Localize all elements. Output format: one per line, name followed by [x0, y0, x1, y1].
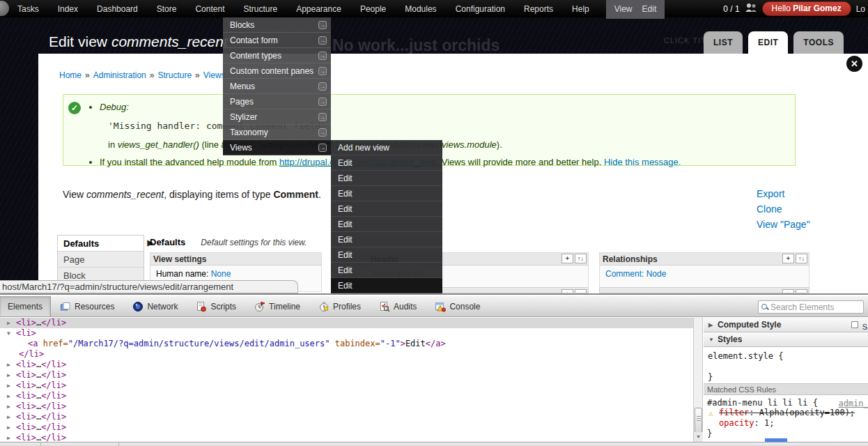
menu-item-tasks[interactable]: Tasks: [15, 1, 41, 17]
devtools-tab-console[interactable]: Console: [426, 296, 489, 316]
breadcrumb-structure[interactable]: Structure: [157, 70, 192, 80]
disclosure-collapsed-icon[interactable]: ▶: [7, 391, 16, 401]
menu-item-index[interactable]: Index: [56, 1, 80, 17]
filter-property-line[interactable]: ⚠filter: Alpha(opacity=100);: [707, 408, 868, 418]
tree-row-collapsed[interactable]: ▶<li>…</li>: [0, 422, 693, 433]
menu-item-blocks[interactable]: Blocks→: [223, 17, 331, 33]
menu-item-pages[interactable]: Pages→: [223, 94, 331, 109]
menu-item-menus[interactable]: Menus→: [223, 79, 331, 94]
search-input[interactable]: [770, 302, 854, 312]
tab-edit[interactable]: EDIT: [748, 31, 788, 54]
disclosure-collapsed-icon[interactable]: ▶: [7, 380, 16, 391]
tab-tools[interactable]: TOOLS: [793, 31, 844, 54]
menu-item-content[interactable]: Content: [193, 1, 226, 17]
devtools-tab-network[interactable]: Network: [123, 296, 187, 316]
disclosure-collapsed-icon[interactable]: ▶: [7, 422, 16, 433]
view-page-link[interactable]: View "Page": [757, 219, 810, 230]
tree-row-collapsed[interactable]: ▶<li>…</li>: [0, 380, 693, 391]
logout-link[interactable]: Lo: [856, 4, 865, 14]
rearrange-button[interactable]: ↑↓: [796, 254, 807, 263]
submenu-item-edit[interactable]: Edit: [331, 232, 442, 247]
breadcrumb-administration[interactable]: Administration: [93, 70, 146, 80]
hide-message-link[interactable]: Hide this message.: [604, 157, 681, 167]
devtools-tab-profiles[interactable]: Profiles: [309, 296, 370, 316]
tree-row-close-li[interactable]: </li>: [0, 349, 693, 360]
tree-row-collapsed[interactable]: ▶<li>…</li>: [0, 370, 693, 380]
tree-row-collapsed[interactable]: ▶<li>…</li>: [0, 391, 693, 401]
breadcrumb-home[interactable]: Home: [59, 70, 82, 80]
submenu-item-add-new-view[interactable]: Add new view: [331, 140, 442, 155]
devtools-tab-audits[interactable]: Audits: [370, 296, 426, 316]
menu-item-appearance[interactable]: Appearance: [294, 1, 343, 17]
tree-row-collapsed[interactable]: ▶<li>…</li>: [0, 412, 693, 422]
menu-item-modules[interactable]: Modules: [403, 1, 438, 17]
submenu-item-edit[interactable]: Edit: [331, 247, 442, 263]
disclosure-expanded-icon[interactable]: ▼: [708, 333, 718, 347]
menu-item-view[interactable]: View: [614, 4, 633, 14]
disclosure-collapsed-icon[interactable]: ▶: [7, 433, 16, 442]
styles-section[interactable]: ▼Styles: [704, 332, 868, 347]
breadcrumb-views[interactable]: Views: [203, 70, 226, 80]
scrollbar-thumb[interactable]: [695, 408, 702, 433]
rearrange-button[interactable]: ↑↓: [575, 254, 587, 263]
devtools-tab-elements[interactable]: Elements: [0, 296, 51, 316]
user-greeting-pill[interactable]: Hello Pilar Gomez: [762, 1, 851, 16]
submenu-item-edit[interactable]: Edit: [331, 201, 442, 217]
disclosure-collapsed-icon[interactable]: ▶: [708, 318, 718, 332]
computed-style-section[interactable]: ▶Computed StyleS: [704, 318, 868, 332]
clone-link[interactable]: Clone: [757, 203, 810, 215]
show-inherited-checkbox[interactable]: [851, 321, 858, 328]
submenu-item-edit[interactable]: Edit: [331, 217, 442, 232]
menu-item-content-types[interactable]: Content types→: [223, 48, 331, 63]
add-button[interactable]: +: [782, 254, 794, 263]
disclosure-collapsed-icon[interactable]: ▶: [7, 401, 16, 412]
menu-item-dashboard[interactable]: Dashboard: [95, 1, 140, 17]
menu-item-help[interactable]: Help: [570, 1, 591, 17]
menu-item-views[interactable]: Views→: [223, 140, 331, 155]
tree-row-collapsed[interactable]: ▶<li>…</li>: [0, 360, 693, 370]
menu-item-taxonomy[interactable]: Taxonomy→: [223, 125, 331, 140]
menu-item-structure[interactable]: Structure: [241, 1, 279, 17]
menu-item-custom-content-panes[interactable]: Custom content panes→: [223, 63, 331, 79]
tree-row-collapsed[interactable]: ▶<li>…</li>: [0, 433, 693, 442]
stylesheet-link[interactable]: admin_m: [838, 399, 868, 408]
menu-item-configuration[interactable]: Configuration: [454, 1, 507, 17]
submenu-item-edit[interactable]: Edit: [331, 171, 442, 186]
menu-item-contact-form[interactable]: Contact form→: [223, 33, 331, 48]
export-link[interactable]: Export: [757, 188, 810, 199]
add-button[interactable]: +: [561, 254, 573, 263]
devtools-tab-timeline[interactable]: Timeline: [245, 296, 309, 316]
scroll-down-icon[interactable]: ▼: [694, 432, 703, 442]
submenu-item-edit[interactable]: Edit: [331, 263, 442, 278]
opacity-property-line[interactable]: opacity: 1;: [707, 418, 868, 429]
tree-row-collapsed[interactable]: ▶<li>…</li>: [0, 401, 693, 412]
disclosure-collapsed-icon[interactable]: ▶: [7, 370, 16, 380]
submenu-item-edit-hovered[interactable]: Edit: [331, 278, 442, 293]
summary-end: .: [318, 189, 321, 200]
tree-row-expanded-li[interactable]: ▼<li>: [0, 328, 693, 339]
human-name-link[interactable]: None: [211, 269, 231, 279]
devtools-tab-resources[interactable]: Resources: [51, 296, 123, 316]
tab-list[interactable]: LIST: [704, 31, 743, 54]
devtools-tab-scripts[interactable]: Scripts: [187, 296, 245, 316]
menu-item-edit[interactable]: Edit: [642, 4, 657, 14]
menu-item-people[interactable]: People: [358, 1, 388, 17]
disclosure-collapsed-icon[interactable]: ▶: [7, 412, 16, 422]
menu-item-store[interactable]: Store: [155, 1, 179, 17]
relationship-comment-node-link[interactable]: Comment: Node: [605, 269, 666, 279]
disclosure-collapsed-icon[interactable]: ▶: [7, 360, 16, 370]
element-style-open[interactable]: element.style {: [708, 351, 868, 362]
disclosure-collapsed-icon[interactable]: ▶: [7, 318, 16, 328]
disclosure-expanded-icon[interactable]: ▼: [7, 328, 16, 339]
submenu-item-edit[interactable]: Edit: [331, 186, 442, 201]
submenu-item-edit[interactable]: Edit: [331, 155, 442, 171]
display-tab-page[interactable]: Page: [58, 252, 144, 268]
close-icon[interactable]: ✕: [846, 56, 862, 72]
tree-scrollbar[interactable]: ▼: [693, 318, 703, 442]
display-tab-defaults[interactable]: Defaults▶: [58, 236, 144, 252]
tree-row-selected[interactable]: ▶<li>…</li>: [0, 318, 693, 328]
menu-item-reports[interactable]: Reports: [522, 1, 555, 17]
tree-row-anchor[interactable]: <a href="/March17/?q=admin/structure/vie…: [0, 339, 693, 349]
menu-item-stylizer[interactable]: Stylizer→: [223, 109, 331, 125]
shortcut-count[interactable]: 0 / 1: [723, 4, 739, 14]
